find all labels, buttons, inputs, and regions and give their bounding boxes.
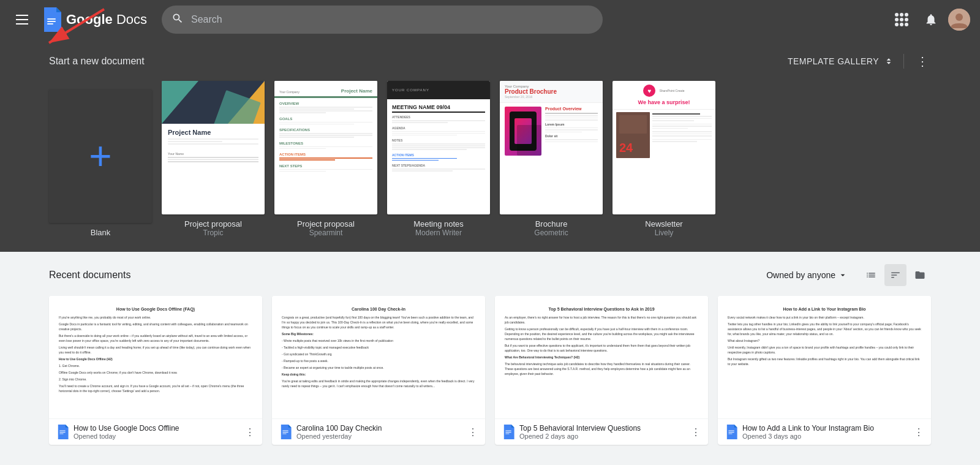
template-gallery-actions: TEMPLATE GALLERY ⋮ (788, 51, 931, 71)
apps-button[interactable] (889, 7, 914, 32)
recent-doc-1[interactable]: Carolina 100 Day Check-In Congrats on a … (272, 296, 485, 445)
template-blank[interactable]: + Blank (49, 89, 152, 237)
template-name-tropic: Project proposal (184, 219, 242, 229)
plus-icon: + (89, 137, 111, 176)
template-name-meeting: Meeting notes (413, 219, 464, 229)
doc-more-button-3[interactable]: ⋮ (914, 426, 924, 438)
template-sub-brochure: Geometric (534, 229, 568, 237)
dropdown-arrow-icon (838, 270, 848, 280)
template-sub-spearmint: Spearmint (309, 229, 343, 237)
svg-rect-9 (59, 433, 63, 434)
svg-rect-15 (505, 433, 509, 434)
newsletter-thumbnail: ♥ SharePoint Create We have a surprise! … (612, 81, 715, 214)
spearmint-thumbnail: Your Company Project Name OVERVIEW GOALS… (274, 81, 377, 214)
svg-rect-7 (59, 431, 66, 431)
svg-rect-4 (47, 23, 53, 25)
svg-rect-14 (505, 432, 511, 433)
folder-icon (914, 270, 925, 281)
doc-preview-2: Top 5 Behavioral Interview Questions to … (495, 296, 708, 418)
avatar-image (948, 9, 970, 31)
doc-preview-3: How to Add a Link to Your Instagram Bio … (718, 296, 931, 418)
doc-more-button-2[interactable]: ⋮ (691, 426, 701, 438)
doc-footer-1: Carolina 100 Day Checkin Opened yesterda… (272, 418, 485, 445)
doc-name-1: Carolina 100 Day Checkin (296, 424, 463, 433)
svg-rect-3 (47, 21, 56, 22)
svg-rect-13 (505, 431, 511, 431)
bell-icon (924, 13, 938, 26)
view-icons (860, 264, 931, 286)
grid-icon (895, 13, 908, 26)
template-meeting-notes[interactable]: YOUR COMPANY MEETING NAME 09/04 ATTENDEE… (387, 81, 490, 237)
more-options-button[interactable]: ⋮ (914, 51, 931, 71)
header-right (889, 7, 970, 32)
svg-rect-12 (282, 433, 286, 434)
doc-more-button-1[interactable]: ⋮ (468, 426, 478, 438)
template-sub-tropic: Tropic (203, 229, 224, 237)
meeting-thumbnail: YOUR COMPANY MEETING NAME 09/04 ATTENDEE… (387, 81, 490, 214)
recent-header: Recent documents Owned by anyone (49, 264, 931, 286)
template-section-title: Start a new document (49, 56, 145, 67)
tropic-thumbnail: Project Name Your Name (162, 81, 265, 214)
doc-preview-0: How to Use Google Docs Offline (FAQ) If … (49, 296, 262, 418)
logo-link[interactable]: Google Docs (42, 7, 147, 32)
menu-button[interactable] (10, 7, 34, 32)
divider (903, 54, 904, 69)
doc-info-2: Top 5 Behavioral Interview Questions Ope… (519, 424, 686, 440)
sort-icon (890, 270, 901, 281)
doc-name-0: How to Use Google Docs Offline (74, 424, 240, 433)
doc-date-3: Opened 3 days ago (742, 433, 909, 440)
logo-text: Google Docs (66, 12, 147, 28)
blank-thumbnail: + (49, 89, 152, 223)
doc-info-3: How to Add a Link to Your Instagram Bio … (742, 424, 909, 440)
svg-rect-2 (47, 18, 56, 20)
search-input[interactable] (191, 14, 593, 25)
template-header: Start a new document TEMPLATE GALLERY ⋮ (49, 51, 931, 71)
notifications-button[interactable] (919, 7, 943, 32)
template-gallery-button[interactable]: TEMPLATE GALLERY (788, 56, 894, 66)
list-view-button[interactable] (860, 264, 882, 286)
doc-file-icon-0 (56, 425, 69, 439)
template-newsletter[interactable]: ♥ SharePoint Create We have a surprise! … (612, 81, 715, 237)
doc-name-2: Top 5 Behavioral Interview Questions (519, 424, 686, 433)
expand-icon (884, 56, 894, 66)
doc-date-0: Opened today (74, 433, 240, 440)
sort-button[interactable] (884, 264, 907, 286)
template-sub-newsletter: Lively (655, 229, 674, 237)
svg-rect-8 (59, 432, 66, 433)
search-bar[interactable] (162, 6, 603, 34)
recent-doc-0[interactable]: How to Use Google Docs Offline (FAQ) If … (49, 296, 262, 445)
doc-file-icon-1 (279, 425, 292, 439)
doc-preview-1: Carolina 100 Day Check-In Congrats on a … (272, 296, 485, 418)
doc-date-1: Opened yesterday (296, 433, 463, 440)
template-name-brochure: Brochure (535, 219, 568, 229)
recent-section-title: Recent documents (49, 270, 130, 281)
template-name-newsletter: Newsletter (645, 219, 682, 229)
recent-docs-grid: How to Use Google Docs Offline (FAQ) If … (49, 296, 931, 445)
doc-footer-3: How to Add a Link to Your Instagram Bio … (718, 418, 931, 445)
recent-doc-3[interactable]: How to Add a Link to Your Instagram Bio … (718, 296, 931, 445)
doc-footer-2: Top 5 Behavioral Interview Questions Ope… (495, 418, 708, 445)
template-name-spearmint: Project proposal (297, 219, 355, 229)
search-icon (172, 12, 184, 27)
templates-row: + Blank Project Name Your Name (49, 81, 931, 237)
owned-by-dropdown[interactable]: Owned by anyone (759, 267, 855, 284)
template-name-blank: Blank (91, 228, 111, 237)
template-project-spearmint[interactable]: Your Company Project Name OVERVIEW GOALS… (274, 81, 377, 237)
doc-info-1: Carolina 100 Day Checkin Opened yesterda… (296, 424, 463, 440)
recent-controls: Owned by anyone (759, 264, 931, 286)
avatar[interactable] (948, 9, 970, 31)
svg-rect-18 (728, 433, 732, 434)
recent-doc-2[interactable]: Top 5 Behavioral Interview Questions to … (495, 296, 708, 445)
svg-rect-11 (282, 432, 288, 433)
header: Google Docs (0, 0, 980, 39)
doc-date-2: Opened 2 days ago (519, 433, 686, 440)
template-project-tropic[interactable]: Project Name Your Name Project proposal … (162, 81, 265, 237)
doc-file-icon-3 (725, 425, 737, 439)
template-brochure[interactable]: Your Company Product Brochure September … (500, 81, 603, 237)
folder-button[interactable] (909, 264, 931, 286)
template-sub-meeting: Modern Writer (415, 229, 462, 237)
doc-more-button-0[interactable]: ⋮ (245, 426, 255, 438)
svg-point-6 (956, 13, 963, 21)
list-icon (865, 270, 876, 281)
recent-section: Recent documents Owned by anyone (0, 252, 980, 457)
